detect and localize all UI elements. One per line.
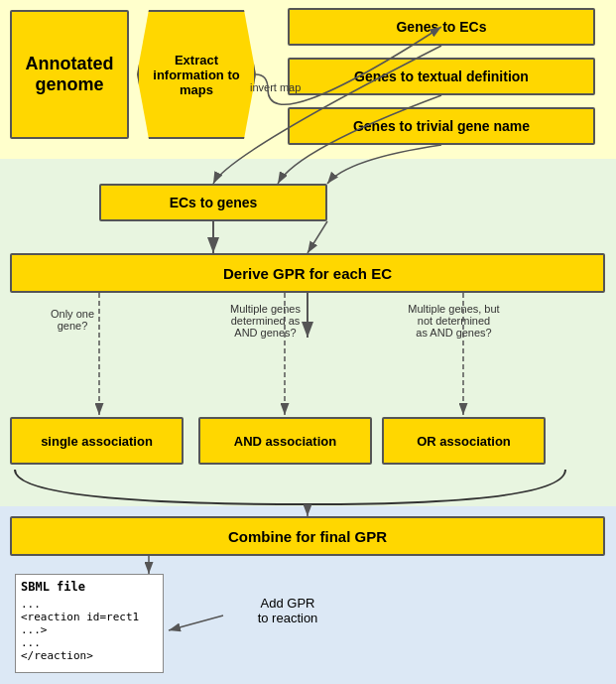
or-assoc-label: OR association xyxy=(417,434,511,449)
invert-map-label: invert map xyxy=(250,81,301,93)
or-assoc-box: OR association xyxy=(382,417,546,465)
sbml-line4: </reaction> xyxy=(21,649,158,662)
genes-to-textual-label: Genes to textual definition xyxy=(354,68,529,84)
annotated-genome-label: Annotated genome xyxy=(12,54,127,95)
ecs-to-genes-label: ECs to genes xyxy=(170,195,258,210)
only-one-gene-label: Only onegene? xyxy=(18,308,127,332)
extract-info-box: Extract information to maps xyxy=(137,10,256,139)
single-assoc-box: single association xyxy=(10,417,184,465)
combine-gpr-box: Combine for final GPR xyxy=(10,516,605,556)
genes-to-textual-box: Genes to textual definition xyxy=(288,58,595,95)
multiple-and-label: Multiple genesdetermined asAND genes? xyxy=(193,303,337,339)
sbml-title: SBML file xyxy=(21,580,158,594)
genes-to-ecs-label: Genes to ECs xyxy=(396,19,486,35)
genes-to-trivial-box: Genes to trivial gene name xyxy=(288,107,595,145)
ecs-to-genes-box: ECs to genes xyxy=(99,184,327,221)
sbml-line1: ... xyxy=(21,598,158,611)
combine-gpr-label: Combine for final GPR xyxy=(228,528,387,545)
multiple-or-label: Multiple genes, butnot determinedas AND … xyxy=(372,303,536,339)
derive-gpr-label: Derive GPR for each EC xyxy=(223,265,392,282)
sbml-line2: <reaction id=rect1 ...> xyxy=(21,611,158,636)
genes-to-ecs-box: Genes to ECs xyxy=(288,8,595,46)
add-gpr-label: Add GPRto reaction xyxy=(223,596,352,625)
and-assoc-box: AND association xyxy=(198,417,372,465)
sbml-line3: ... xyxy=(21,636,158,649)
sbml-file-box: SBML file ... <reaction id=rect1 ...> ..… xyxy=(15,574,164,673)
annotated-genome-box: Annotated genome xyxy=(10,10,129,139)
and-assoc-label: AND association xyxy=(234,434,336,449)
extract-info-label: Extract information to maps xyxy=(139,53,254,97)
genes-to-trivial-label: Genes to trivial gene name xyxy=(353,118,530,134)
derive-gpr-box: Derive GPR for each EC xyxy=(10,253,605,293)
single-assoc-label: single association xyxy=(41,434,153,449)
